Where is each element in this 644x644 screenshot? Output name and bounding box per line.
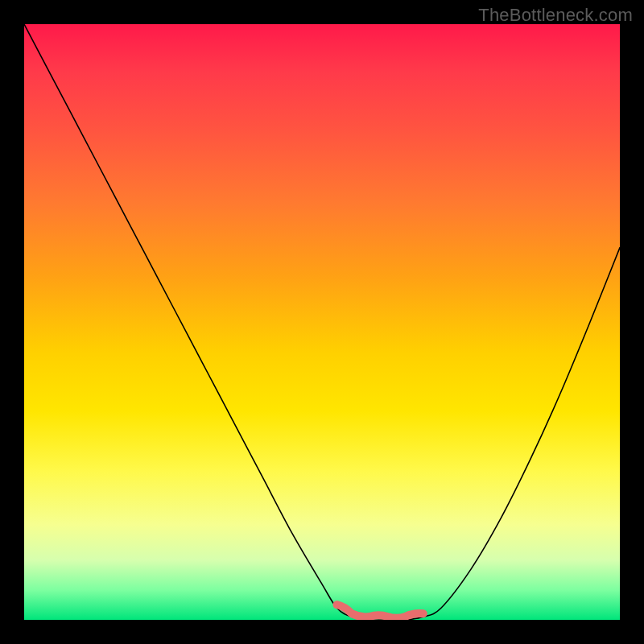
chart-frame: TheBottleneck.com xyxy=(0,0,644,644)
bottleneck-curve xyxy=(24,24,620,620)
curve-layer xyxy=(24,24,620,620)
optimal-zone-marker xyxy=(337,605,423,618)
watermark-text: TheBottleneck.com xyxy=(478,5,633,26)
plot-area xyxy=(24,24,620,620)
